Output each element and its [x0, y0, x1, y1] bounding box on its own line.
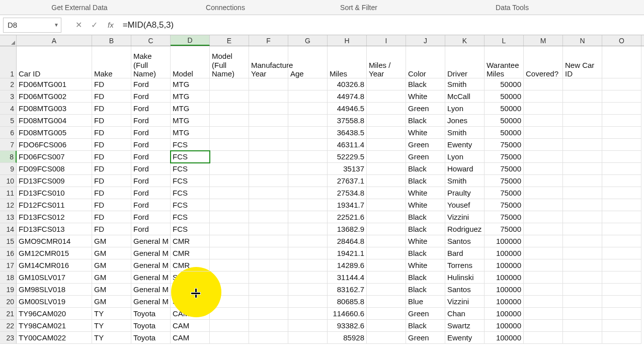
cell[interactable]: 83162.7: [328, 284, 367, 296]
cell[interactable]: [602, 90, 641, 103]
cell[interactable]: Toyota: [131, 320, 171, 332]
cell[interactable]: Ford: [131, 199, 171, 211]
cell[interactable]: 22521.6: [328, 211, 367, 223]
chevron-down-icon[interactable]: ▼: [54, 22, 59, 28]
row-header-5[interactable]: 5: [0, 115, 17, 127]
spreadsheet-grid[interactable]: ABCDEFGHIJKLMNO 1Car IDMakeMake (Full Na…: [0, 35, 644, 344]
cell[interactable]: [563, 103, 602, 115]
cell[interactable]: 27637.1: [328, 175, 367, 187]
col-header-H[interactable]: H: [328, 35, 367, 46]
col-header-N[interactable]: N: [563, 35, 602, 46]
cell[interactable]: FD: [92, 223, 131, 235]
cell[interactable]: [602, 78, 641, 90]
cell[interactable]: 13682.9: [328, 223, 367, 235]
cell[interactable]: Ford: [131, 175, 171, 187]
cell[interactable]: Ford: [131, 115, 171, 127]
cell[interactable]: [524, 90, 563, 103]
name-box[interactable]: D8 ▼: [3, 18, 61, 33]
cell[interactable]: [602, 332, 641, 344]
cell[interactable]: Smith: [445, 175, 485, 187]
cell[interactable]: Black: [406, 175, 445, 187]
cell[interactable]: [249, 78, 288, 90]
cell[interactable]: [249, 332, 288, 344]
cell[interactable]: FCS: [171, 223, 210, 235]
cell[interactable]: FD: [92, 187, 131, 199]
cell[interactable]: Santos: [445, 284, 485, 296]
cell[interactable]: [563, 90, 602, 103]
cell[interactable]: TY: [92, 308, 131, 320]
cell[interactable]: [288, 320, 328, 332]
row-header-11[interactable]: 11: [0, 187, 17, 199]
cell[interactable]: Ford: [131, 187, 171, 199]
cell[interactable]: FD06MTG001: [17, 78, 92, 90]
cell[interactable]: [210, 139, 249, 151]
cell[interactable]: CMR: [171, 259, 210, 272]
cell[interactable]: [602, 115, 641, 127]
cell[interactable]: FD08MTG004: [17, 115, 92, 127]
cell[interactable]: [602, 284, 641, 296]
cell[interactable]: [602, 247, 641, 259]
cell[interactable]: TY98CAM021: [17, 320, 92, 332]
row-header-1[interactable]: 1: [0, 46, 17, 78]
cell[interactable]: 52229.5: [328, 151, 367, 163]
cell[interactable]: Black: [406, 272, 445, 284]
header-cell[interactable]: Miles: [328, 46, 367, 78]
cell[interactable]: [288, 151, 328, 163]
cell[interactable]: Black: [406, 284, 445, 296]
col-header-B[interactable]: B: [92, 35, 131, 46]
cell[interactable]: [249, 320, 288, 332]
cell[interactable]: GM98SLV018: [17, 284, 92, 296]
cell[interactable]: [367, 247, 406, 259]
cell[interactable]: White: [406, 235, 445, 247]
cell[interactable]: GM10SLV017: [17, 272, 92, 284]
cell[interactable]: [563, 259, 602, 272]
cell[interactable]: White: [406, 259, 445, 272]
cell[interactable]: Blue: [406, 296, 445, 308]
cell[interactable]: Ford: [131, 139, 171, 151]
cell[interactable]: [249, 139, 288, 151]
cell[interactable]: [602, 103, 641, 115]
cell[interactable]: 27534.8: [328, 187, 367, 199]
cell[interactable]: Lyon: [445, 151, 485, 163]
cell[interactable]: [288, 235, 328, 247]
cell[interactable]: [524, 272, 563, 284]
cell[interactable]: 36438.5: [328, 127, 367, 139]
cell[interactable]: [210, 284, 249, 296]
cell[interactable]: Black: [406, 163, 445, 175]
cell[interactable]: [524, 103, 563, 115]
cell[interactable]: [524, 259, 563, 272]
cell[interactable]: [249, 247, 288, 259]
header-cell[interactable]: Make: [92, 46, 131, 78]
cell[interactable]: Rodriguez: [445, 223, 485, 235]
cell[interactable]: [524, 332, 563, 344]
row-header-18[interactable]: 18: [0, 272, 17, 284]
cell[interactable]: MTG: [171, 103, 210, 115]
cell[interactable]: [524, 78, 563, 90]
cell[interactable]: Ford: [131, 103, 171, 115]
cell[interactable]: 28464.8: [328, 235, 367, 247]
cell[interactable]: FD06MTG002: [17, 90, 92, 103]
cell[interactable]: [602, 308, 641, 320]
cell[interactable]: [563, 151, 602, 163]
row-header-2[interactable]: 2: [0, 78, 17, 90]
cell[interactable]: [563, 284, 602, 296]
cell[interactable]: [563, 211, 602, 223]
cell[interactable]: [249, 90, 288, 103]
cell[interactable]: General M: [131, 272, 171, 284]
cell[interactable]: [563, 78, 602, 90]
accept-formula-icon[interactable]: ✓: [91, 20, 98, 30]
cell[interactable]: MTG: [171, 127, 210, 139]
cell[interactable]: [288, 332, 328, 344]
cell[interactable]: Hulinski: [445, 272, 485, 284]
cell[interactable]: GM: [92, 272, 131, 284]
cell[interactable]: [524, 247, 563, 259]
cell[interactable]: [249, 199, 288, 211]
cell[interactable]: GM00SLV019: [17, 296, 92, 308]
cell[interactable]: 35137: [328, 163, 367, 175]
cell[interactable]: TY: [92, 320, 131, 332]
cell[interactable]: Ford: [131, 90, 171, 103]
cell[interactable]: General M: [131, 235, 171, 247]
cell[interactable]: [563, 163, 602, 175]
cell[interactable]: FD06FCS007: [17, 151, 92, 163]
cell[interactable]: Black: [406, 115, 445, 127]
